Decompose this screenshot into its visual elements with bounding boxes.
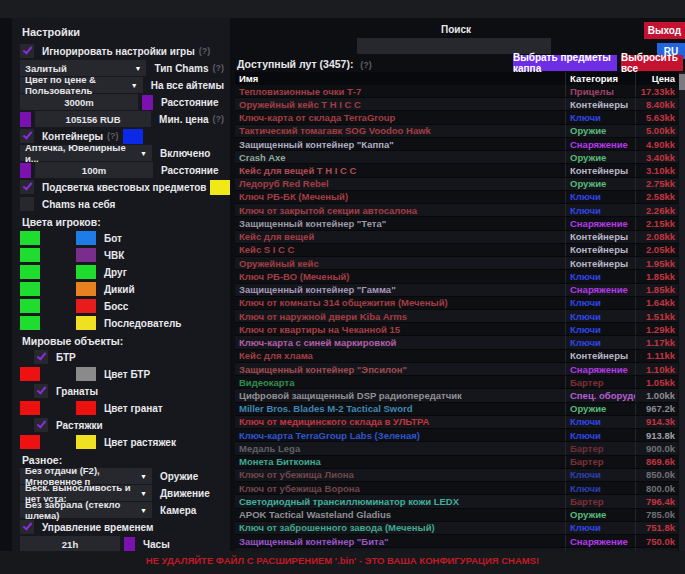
help-icon[interactable]: (?) bbox=[213, 63, 225, 73]
player-color-1-swatch[interactable] bbox=[20, 316, 40, 330]
all-items-dropdown[interactable]: Цвет по цене & Пользователь ▼ bbox=[20, 77, 143, 93]
player-color-2-swatch[interactable] bbox=[76, 265, 96, 279]
table-row[interactable]: Кейс для хламаКонтейнеры1.11kk bbox=[235, 350, 678, 363]
btr-color-2-swatch[interactable] bbox=[76, 367, 96, 381]
select-kappa-items-button[interactable]: Выбрать предметы каппа bbox=[513, 55, 617, 71]
distance2-input[interactable]: 100m bbox=[35, 162, 153, 178]
player-color-1-swatch[interactable] bbox=[20, 265, 40, 279]
med-filter-dropdown[interactable]: Аптечка, Ювелирные и... ▼ bbox=[20, 145, 152, 161]
table-row[interactable]: Ключ от убежища ВоронаКлючи800.0k bbox=[235, 482, 678, 495]
table-row[interactable]: Оружейный кейс T H I C CКонтейнеры8.40kk bbox=[235, 98, 678, 111]
item-name: Защищенный контейнер "Каппа" bbox=[235, 139, 565, 150]
time-control-checkbox[interactable] bbox=[20, 520, 34, 534]
chevron-down-icon: ▼ bbox=[131, 82, 138, 89]
camera-dropdown[interactable]: Без забрала (стекло шлема) ▼ bbox=[20, 502, 152, 518]
table-row[interactable]: Цифровой защищенный DSP радиопередатчикС… bbox=[235, 389, 678, 402]
table-row[interactable]: Кейс для вещейКонтейнеры2.08kk bbox=[235, 231, 678, 244]
column-header-price[interactable]: Цена bbox=[635, 72, 678, 85]
hours-color-swatch[interactable] bbox=[124, 537, 135, 552]
player-color-2-swatch[interactable] bbox=[76, 231, 96, 245]
chams-self-row[interactable]: Chams на себя bbox=[20, 196, 224, 212]
table-row[interactable]: Ключ от медицинского склада в УЛЬТРАКлюч… bbox=[235, 416, 678, 429]
player-color-2-swatch[interactable] bbox=[76, 299, 96, 313]
table-row[interactable]: ВидеокартаБартер1.05kk bbox=[235, 376, 678, 389]
exit-button[interactable]: Выход bbox=[644, 22, 685, 39]
player-color-1-swatch[interactable] bbox=[20, 231, 40, 245]
table-row[interactable]: Защищенный контейнер "Бита"Снаряжение750… bbox=[235, 535, 678, 548]
table-row[interactable]: Кейс S I C CКонтейнеры2.05kk bbox=[235, 244, 678, 257]
tripwire-color-1-swatch[interactable] bbox=[20, 435, 40, 449]
time-control-row[interactable]: Управление временем bbox=[20, 519, 224, 535]
help-icon[interactable]: (?) bbox=[213, 114, 225, 124]
table-row[interactable]: Ключ-карта TerraGroup Labs (Зеленая)Ключ… bbox=[235, 429, 678, 442]
player-color-1-swatch[interactable] bbox=[20, 248, 40, 262]
btr-color-1-swatch[interactable] bbox=[20, 367, 40, 381]
table-row[interactable]: Защищенный контейнер "Тета"Снаряжение2.1… bbox=[235, 217, 678, 230]
ignore-game-settings-row[interactable]: Игнорировать настройки игры (?) bbox=[20, 43, 224, 59]
table-row[interactable]: Тактический томагавк SOG Voodoo HawkОруж… bbox=[235, 125, 678, 138]
tripwire-row[interactable]: Растяжки bbox=[20, 417, 224, 433]
btr-checkbox[interactable] bbox=[34, 350, 48, 364]
grenade-color-2-swatch[interactable] bbox=[76, 401, 96, 415]
table-row[interactable]: Медаль LegaБартер900.0k bbox=[235, 442, 678, 455]
player-color-2-swatch[interactable] bbox=[76, 316, 96, 330]
grenade-color-1-swatch[interactable] bbox=[20, 401, 40, 415]
tripwire-checkbox[interactable] bbox=[34, 418, 48, 432]
quest-highlight-row[interactable]: Подсветка квестовых предметов bbox=[20, 179, 224, 195]
table-row[interactable]: Монета БиткоинаБартер869.6k bbox=[235, 456, 678, 469]
table-row[interactable]: Ключ от заброшенного завода (Меченый)Клю… bbox=[235, 522, 678, 535]
table-row[interactable]: Crash AxeОружие3.40kk bbox=[235, 151, 678, 164]
column-header-category[interactable]: Категория bbox=[565, 72, 635, 85]
distance-input[interactable]: 3000m bbox=[20, 94, 138, 110]
min-price-input[interactable]: 105156 RUB bbox=[35, 111, 151, 127]
chevron-down-icon: ▼ bbox=[135, 65, 142, 72]
table-row[interactable]: Ключ-карта с синей маркировкойКлючи1.17k… bbox=[235, 336, 678, 349]
quest-highlight-checkbox[interactable] bbox=[20, 180, 34, 194]
table-row[interactable]: Ключ РБ-БК (Меченый)Ключи2.58kk bbox=[235, 191, 678, 204]
help-icon[interactable]: (?) bbox=[107, 131, 119, 141]
table-row[interactable]: Ключ от убежища ЛионаКлючи850.0k bbox=[235, 469, 678, 482]
player-color-1-swatch[interactable] bbox=[20, 282, 40, 296]
table-row[interactable]: Ключ РБ-ВО (Меченый)Ключи1.85kk bbox=[235, 270, 678, 283]
table-row[interactable]: Ключ от комнаты 314 общежития (Меченый)К… bbox=[235, 297, 678, 310]
tripwire-color-2-swatch[interactable] bbox=[76, 435, 96, 449]
table-row[interactable]: Кейс для вещей T H I C CКонтейнеры3.10kk bbox=[235, 164, 678, 177]
table-scrollbar[interactable] bbox=[679, 72, 685, 551]
column-header-name[interactable]: Имя bbox=[235, 73, 565, 84]
hours-input[interactable]: 21h bbox=[20, 536, 120, 551]
player-color-2-swatch[interactable] bbox=[76, 282, 96, 296]
check-icon bbox=[22, 129, 32, 139]
table-row[interactable]: Защищенный контейнер "Каппа"Снаряжение4.… bbox=[235, 138, 678, 151]
table-row[interactable]: Защищенный контейнер "Гамма"Снаряжение1.… bbox=[235, 284, 678, 297]
table-row[interactable]: Ключ от квартиры на Чеканной 15Ключи1.29… bbox=[235, 323, 678, 336]
chevron-down-icon: ▼ bbox=[140, 150, 147, 157]
help-icon[interactable]: (?) bbox=[360, 60, 372, 70]
table-row[interactable]: Светодиодный трансиллюминатор кожи LEDXБ… bbox=[235, 495, 678, 508]
table-row[interactable]: Защищенный контейнер "Эпсилон"Снаряжение… bbox=[235, 363, 678, 376]
chams-self-checkbox[interactable] bbox=[20, 197, 34, 211]
quest-highlight-color-swatch[interactable] bbox=[210, 180, 230, 195]
scrollbar-thumb[interactable] bbox=[679, 74, 685, 90]
item-category: Ключи bbox=[565, 310, 635, 322]
grenades-row[interactable]: Гранаты bbox=[20, 383, 224, 399]
distance2-color-swatch[interactable] bbox=[20, 163, 31, 178]
ignore-game-settings-checkbox[interactable] bbox=[20, 44, 34, 58]
table-row[interactable]: Ледоруб Red RebelОружие2.75kk bbox=[235, 178, 678, 191]
table-row[interactable]: Ключ от закрытой секции автосалонаКлючи2… bbox=[235, 204, 678, 217]
grenades-checkbox[interactable] bbox=[34, 384, 48, 398]
min-price-color-swatch[interactable] bbox=[20, 112, 31, 127]
drop-all-button[interactable]: Выбросить все bbox=[621, 55, 683, 71]
item-category: Ключи bbox=[565, 323, 635, 335]
help-icon[interactable]: (?) bbox=[199, 46, 211, 56]
containers-checkbox[interactable] bbox=[20, 129, 34, 143]
table-row[interactable]: APOK Tactical Wasteland GladiusОружие785… bbox=[235, 509, 678, 522]
player-color-1-swatch[interactable] bbox=[20, 299, 40, 313]
table-row[interactable]: Тепловизионные очки Т-7Прицелы17.33kk bbox=[235, 85, 678, 98]
table-row[interactable]: Miller Bros. Blades M-2 Tactical SwordОр… bbox=[235, 403, 678, 416]
distance-color-swatch[interactable] bbox=[142, 95, 153, 110]
btr-row[interactable]: БТР bbox=[20, 349, 224, 365]
table-row[interactable]: Оружейный кейсКонтейнеры1.95kk bbox=[235, 257, 678, 270]
table-row[interactable]: Ключ от наружной двери Kiba ArmsКлючи1.5… bbox=[235, 310, 678, 323]
player-color-2-swatch[interactable] bbox=[76, 248, 96, 262]
table-row[interactable]: Ключ-карта от склада TerraGroupКлючи5.63… bbox=[235, 111, 678, 124]
